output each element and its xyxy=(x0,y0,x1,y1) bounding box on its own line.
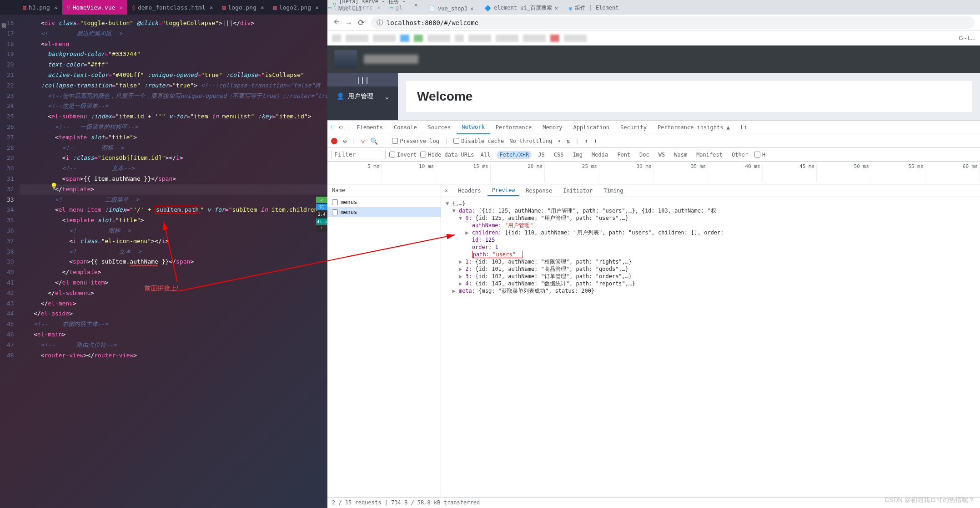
close-icon[interactable]: × xyxy=(315,4,319,11)
devtools-tab[interactable]: Security xyxy=(615,121,652,134)
browser-tab[interactable]: 🔷element ui_百度搜索× xyxy=(479,1,563,15)
devtools-tab[interactable]: Li xyxy=(736,121,752,134)
badge[interactable]: ✓ xyxy=(316,197,327,203)
editor-body[interactable]: 目实现 161718192021222324252627282930313233… xyxy=(0,15,327,508)
code-content[interactable]: <div class="toggle-button" @click="toggl… xyxy=(20,15,327,508)
bookmark[interactable] xyxy=(468,35,491,42)
editor-tab[interactable]: ▨logo2.png× xyxy=(269,0,323,15)
editor-tab[interactable]: ▭.prettierrc× xyxy=(323,0,385,15)
close-icon[interactable]: × xyxy=(119,4,123,11)
filter-chip[interactable]: Doc xyxy=(637,151,652,159)
filter-chip[interactable]: Img xyxy=(570,151,585,159)
app-logo xyxy=(334,50,357,68)
preserve-log-checkbox[interactable]: Preserve log xyxy=(392,138,439,144)
filter-chip[interactable]: All xyxy=(478,151,493,159)
detail-tab[interactable]: Headers xyxy=(453,186,486,196)
sidebar-item-users[interactable]: 👤 用户管理⌄ xyxy=(327,86,398,107)
bookmark[interactable] xyxy=(427,35,450,42)
bookmark[interactable] xyxy=(332,35,341,42)
bookmark[interactable] xyxy=(564,35,587,42)
bookmark[interactable] xyxy=(373,35,396,42)
devtools-tab[interactable]: Performance xyxy=(491,121,537,134)
status-badges: ✓ 91 3.4 41.5 ⋮ xyxy=(316,197,327,233)
bookmark[interactable]: G - L... xyxy=(959,35,975,41)
close-detail-icon[interactable]: × xyxy=(445,188,448,194)
device-icon[interactable]: ▭ xyxy=(339,124,347,131)
filter-chip[interactable]: Manifest xyxy=(694,151,725,159)
filter-chip[interactable]: Wasm xyxy=(671,151,690,159)
filter-chip[interactable]: Media xyxy=(589,151,611,159)
request-row-selected[interactable]: menus xyxy=(327,207,441,217)
editor-tab[interactable]: ▨logo.png× xyxy=(218,0,269,15)
devtools-tab[interactable]: Console xyxy=(389,121,422,134)
request-row[interactable]: menus xyxy=(327,197,441,207)
close-icon[interactable]: × xyxy=(470,5,473,12)
editor-tab[interactable]: ▨h3.png× xyxy=(18,0,62,15)
forward-button[interactable]: → xyxy=(347,18,352,27)
network-filter-bar: Invert Hide data URLs All Fetch/XHR JS C… xyxy=(327,148,980,162)
close-icon[interactable]: × xyxy=(54,4,58,11)
url-input[interactable]: ⓘlocalhost:8080/#/welcome xyxy=(371,16,975,29)
close-icon[interactable]: × xyxy=(377,4,381,11)
badge[interactable]: ⋮ xyxy=(316,226,327,232)
blocked-checkbox[interactable]: H xyxy=(754,152,765,158)
devtools-tab[interactable]: Elements xyxy=(352,121,388,134)
editor-tab-active[interactable]: VHomeView.vue× xyxy=(62,0,128,15)
bookmark[interactable] xyxy=(496,35,518,42)
hide-urls-checkbox[interactable]: Hide data URLs xyxy=(420,152,474,158)
request-list-header[interactable]: Name xyxy=(327,184,441,197)
close-icon[interactable]: × xyxy=(210,4,213,11)
editor-tab[interactable]: ◊demo_fontclass.html× xyxy=(127,0,217,15)
filter-chip[interactable]: CSS xyxy=(551,151,567,159)
badge[interactable]: 91 xyxy=(316,204,327,210)
badge[interactable]: 41.5 xyxy=(316,218,327,225)
devtools-tab-network[interactable]: Network xyxy=(457,121,490,134)
browser-pane: V[Beta] serve - 任务 - Vue CLI× 📄vue_shop3… xyxy=(327,0,980,508)
badge[interactable]: 3.4 xyxy=(316,211,327,218)
throttle-select[interactable]: No throttling xyxy=(509,138,552,144)
bookmark[interactable] xyxy=(400,35,409,42)
filter-chip[interactable]: JS xyxy=(535,151,547,159)
devtools-tab[interactable]: Performance insights ▲ xyxy=(653,121,735,134)
clear-icon[interactable]: ⊘ xyxy=(343,137,347,145)
record-button[interactable] xyxy=(331,138,337,144)
bookmark[interactable] xyxy=(455,35,464,42)
browser-tab[interactable]: ◉组件 | Element xyxy=(563,1,624,15)
wifi-icon[interactable]: ⇅ xyxy=(566,137,570,145)
upload-icon[interactable]: ⬆ xyxy=(584,137,588,145)
devtools-tab[interactable]: Application xyxy=(568,121,614,134)
devtools-tab[interactable]: Memory xyxy=(538,121,567,134)
close-icon[interactable]: × xyxy=(414,2,417,8)
detail-tab[interactable]: Initiator xyxy=(558,186,597,196)
back-button[interactable] xyxy=(333,18,340,27)
json-preview[interactable]: ▼ {,…} ▼ data: [{id: 125, authName: "用户管… xyxy=(441,197,980,497)
bookmark[interactable] xyxy=(550,35,559,42)
filter-chip[interactable]: Other xyxy=(729,151,751,159)
filter-chip[interactable]: WS xyxy=(656,151,668,159)
search-icon[interactable]: 🔍 xyxy=(370,137,378,145)
filter-input[interactable] xyxy=(331,150,386,159)
devtools-tab[interactable]: Sources xyxy=(423,121,456,134)
network-timeline[interactable]: 5 ms10 ms15 ms20 ms25 ms30 ms35 ms40 ms4… xyxy=(327,162,980,184)
filter-icon[interactable]: ▽ xyxy=(361,137,365,145)
editor-tab[interactable]: ▭gl xyxy=(385,0,407,15)
disable-cache-checkbox[interactable]: Disable cache xyxy=(453,138,504,144)
inspect-icon[interactable]: ⬚ xyxy=(331,124,338,131)
filter-chip-active[interactable]: Fetch/XHR xyxy=(497,151,532,159)
sidebar-toggle[interactable]: ||| xyxy=(327,73,398,86)
filter-chip[interactable]: Font xyxy=(614,151,633,159)
bookmark[interactable] xyxy=(523,35,546,42)
bookmark[interactable] xyxy=(346,35,368,42)
detail-tab[interactable]: Timing xyxy=(599,186,628,196)
browser-tab[interactable]: 📄vue_shop3× xyxy=(423,3,479,15)
download-icon[interactable]: ⬇ xyxy=(593,137,597,145)
lightbulb-icon[interactable]: 💡 xyxy=(50,183,58,190)
detail-tab-preview[interactable]: Preview xyxy=(487,185,520,196)
bookmarks-bar: G - L... xyxy=(327,31,980,46)
bookmark[interactable] xyxy=(414,35,423,42)
reload-button[interactable]: ⟳ xyxy=(358,18,365,27)
close-icon[interactable]: × xyxy=(555,5,558,11)
detail-tab[interactable]: Response xyxy=(521,186,557,196)
close-icon[interactable]: × xyxy=(261,4,264,11)
invert-checkbox[interactable]: Invert xyxy=(389,152,417,158)
